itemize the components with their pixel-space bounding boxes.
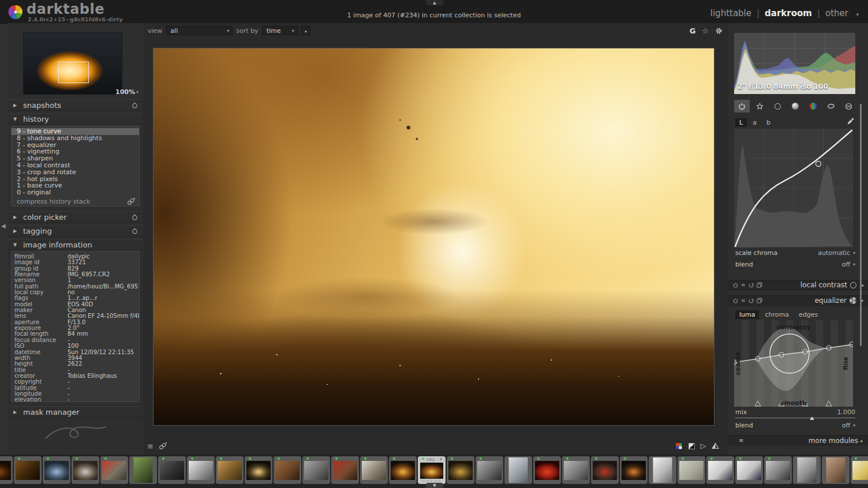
- chevron-down-icon[interactable]: ▾: [856, 12, 859, 17]
- correction-group-icon[interactable]: [823, 100, 839, 112]
- filmstrip-thumb-rope-concrete[interactable]: [678, 456, 705, 484]
- gamut-check-icon[interactable]: [675, 442, 683, 450]
- reset-icon[interactable]: [749, 283, 754, 288]
- zoom-level-control[interactable]: 100% ▾: [115, 88, 139, 96]
- filmstrip-thumb-snowy-crib[interactable]: [360, 456, 388, 484]
- filmstrip-thumb-red-valve[interactable]: [100, 456, 128, 484]
- mask-manager-section-header[interactable]: ▶ mask manager: [8, 406, 143, 418]
- filmstrip-thumb-bw-statue[interactable]: [793, 456, 821, 484]
- color-picker-section-header[interactable]: ▶ color picker: [8, 211, 143, 223]
- equalizer-tab-chroma[interactable]: chroma: [761, 310, 793, 319]
- filmstrip-thumb-snowy-tree[interactable]: [187, 456, 215, 484]
- guides-button[interactable]: G: [690, 27, 696, 35]
- filmstrip-thumb-cameras-white[interactable]: [706, 456, 734, 484]
- color-group-icon[interactable]: [805, 100, 821, 112]
- mix-slider-handle[interactable]: [810, 416, 814, 420]
- darkroom-image-canvas[interactable]: [153, 48, 714, 426]
- history-item[interactable]: 8 - shadows and highlights: [12, 135, 139, 142]
- tagging-section-header[interactable]: ▶ tagging: [8, 225, 143, 237]
- softproof-icon[interactable]: [689, 443, 695, 449]
- equalizer-tab-edges[interactable]: edges: [795, 310, 822, 319]
- filmstrip-thumb-blue-ornament[interactable]: [43, 456, 70, 484]
- presets-icon[interactable]: [132, 228, 138, 234]
- mix-slider[interactable]: [735, 416, 855, 420]
- blend-dropdown[interactable]: off ▾: [842, 261, 855, 268]
- filmstrip-thumb-martini-glass[interactable]: [649, 456, 676, 484]
- history-item[interactable]: 2 - hot pixels: [12, 176, 139, 183]
- filmstrip-thumb-glow-cave-selected[interactable]: CR2☆☆☆☆☆: [418, 456, 446, 484]
- filmstrip-thumb-light-partial[interactable]: [851, 456, 868, 484]
- filmstrip-thumb-teapot[interactable]: [274, 456, 301, 484]
- tonecurve-tab-b[interactable]: b: [762, 118, 775, 127]
- scale-chroma-dropdown[interactable]: automatic ▾: [818, 249, 855, 257]
- snapshots-section-header[interactable]: ▶ snapshots: [8, 99, 143, 111]
- sort-by-dropdown[interactable]: time ▾: [262, 26, 298, 35]
- favorite-star-icon[interactable]: ☆: [702, 27, 709, 35]
- history-item[interactable]: 9 - tone curve: [12, 128, 139, 135]
- reset-icon[interactable]: [749, 298, 754, 303]
- tone-group-icon[interactable]: [787, 100, 803, 112]
- drawn-mask-icon[interactable]: [850, 297, 856, 304]
- filmstrip-thumb-pole-sky[interactable]: [504, 456, 532, 484]
- filmstrip-thumb-bw-colonnade[interactable]: [764, 456, 792, 484]
- view-link-lighttable[interactable]: lighttable: [710, 8, 751, 18]
- sort-direction-button[interactable]: ▴: [301, 26, 310, 35]
- history-item[interactable]: 3 - crop and rotate: [12, 169, 139, 176]
- filmstrip-thumb-lantern[interactable]: [447, 456, 474, 484]
- history-item[interactable]: 6 - vignetting: [12, 148, 139, 155]
- filmstrip-thumb-glow-cave[interactable]: [389, 456, 417, 484]
- eyedropper-icon[interactable]: [847, 118, 854, 125]
- equalizer-graph[interactable]: contrasty smooth coarse fine: [734, 320, 853, 407]
- filmstrip-thumb-silver-plate[interactable]: [72, 456, 99, 484]
- filmstrip-thumb-red-candle[interactable]: [533, 456, 561, 484]
- multi-instance-icon[interactable]: [757, 298, 762, 303]
- power-icon[interactable]: [733, 283, 738, 288]
- history-item[interactable]: 4 - local contrast: [12, 162, 139, 169]
- blend-dropdown[interactable]: off ▾: [842, 422, 855, 429]
- view-link-darkroom[interactable]: darkroom: [765, 8, 812, 18]
- effects-group-icon[interactable]: [841, 100, 856, 112]
- collapse-top-panel-button[interactable]: ▲: [426, 0, 443, 5]
- gear-icon[interactable]: [715, 27, 723, 35]
- presets-icon[interactable]: [132, 102, 138, 108]
- right-panel-scrollbar[interactable]: [860, 104, 862, 346]
- filmstrip-thumb-amber-bottles[interactable]: [14, 456, 42, 484]
- presets-icon[interactable]: [132, 214, 138, 220]
- filmstrip-thumb-star-lights[interactable]: [245, 456, 272, 484]
- filmstrip-thumb-amber-partial[interactable]: [0, 456, 13, 484]
- filmstrip-thumb-santa-apples[interactable]: [331, 456, 359, 484]
- tonecurve-graph[interactable]: [734, 129, 853, 247]
- history-section-header[interactable]: ▼ history: [8, 113, 143, 125]
- filmstrip-thumb-rail-signal[interactable]: [129, 456, 157, 484]
- filmstrip-thumb-cameras-white-2[interactable]: [735, 456, 763, 484]
- presets-menu-icon[interactable]: ≡: [741, 282, 746, 288]
- view-filter-dropdown[interactable]: all ▾: [166, 26, 233, 35]
- overexposure-warning-icon[interactable]: [712, 442, 719, 449]
- more-modules-bar[interactable]: ≡ more modules ◂: [728, 435, 868, 446]
- history-item[interactable]: 0 - original: [12, 189, 139, 196]
- multi-instance-icon[interactable]: [757, 282, 762, 288]
- equalizer-tab-luma[interactable]: luma: [735, 310, 759, 319]
- filmstrip-thumb-bw-street[interactable]: [302, 456, 330, 484]
- filmstrip-thumb-sunset-glow[interactable]: [620, 456, 648, 484]
- raw-overexposed-icon[interactable]: ▷: [701, 442, 706, 449]
- image-information-section-header[interactable]: ▼ image information: [8, 239, 143, 250]
- filmstrip-thumb-forest[interactable]: [822, 456, 850, 484]
- local-contrast-module-header[interactable]: ≡ local contrast ◂: [728, 280, 868, 290]
- hamburger-icon[interactable]: ≡: [147, 442, 154, 450]
- history-item[interactable]: 5 - sharpen: [12, 155, 139, 162]
- active-modules-group-icon[interactable]: [734, 100, 750, 112]
- equalizer-module-header[interactable]: ≡ equalizer ▾: [728, 295, 868, 306]
- collapse-left-panel-button[interactable]: ◀: [1, 223, 6, 229]
- filmstrip-thumb-black-camera[interactable]: [158, 456, 186, 484]
- blend-status-icon[interactable]: [850, 282, 856, 288]
- filmstrip-thumb-pine-cones[interactable]: [216, 456, 244, 484]
- history-item[interactable]: 1 - base curve: [12, 182, 139, 189]
- history-item[interactable]: 7 - equalizer: [12, 142, 139, 149]
- collapse-bottom-panel-button[interactable]: ▼: [426, 483, 443, 488]
- filmstrip-thumb-bw-poles[interactable]: [562, 456, 590, 484]
- navigation-preview[interactable]: [23, 32, 122, 95]
- tonecurve-tab-a[interactable]: a: [749, 118, 761, 127]
- power-icon[interactable]: [733, 298, 738, 303]
- tonecurve-tab-L[interactable]: L: [735, 118, 747, 127]
